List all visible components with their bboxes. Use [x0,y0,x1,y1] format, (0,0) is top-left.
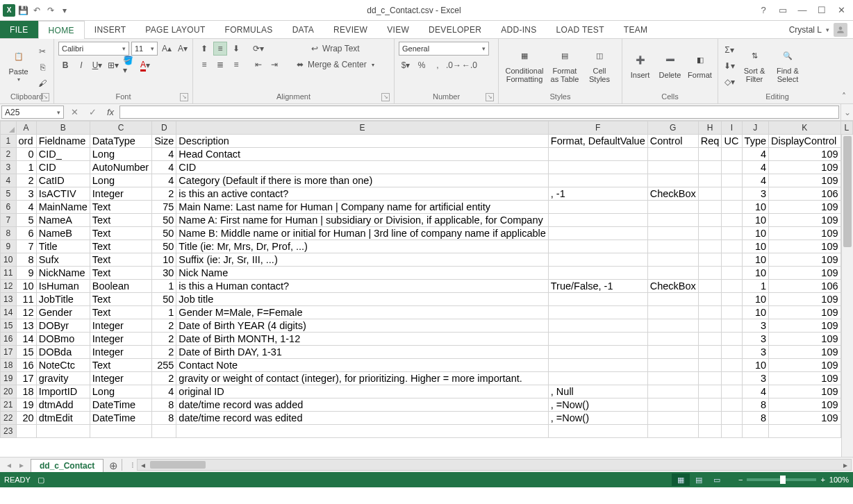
cell[interactable]: CID_ [36,148,90,161]
cell[interactable]: Text [90,240,151,253]
cell[interactable] [548,148,647,161]
cell[interactable]: DOByr [36,319,90,333]
cell[interactable]: 4 [742,385,768,398]
cell[interactable] [722,161,742,174]
cell[interactable] [647,346,698,359]
cell[interactable]: 109 [769,385,840,398]
tab-add-ins[interactable]: ADD-INS [491,21,546,38]
cell[interactable]: 17 [16,372,36,385]
cell[interactable] [722,359,742,372]
cell[interactable]: Date of Birth DAY, 1-31 [176,346,548,359]
cell[interactable] [722,385,742,398]
cell[interactable] [698,267,722,280]
cell[interactable] [548,359,647,372]
delete-cells-button[interactable]: ➖Delete [656,42,684,87]
tab-page-layout[interactable]: PAGE LAYOUT [135,21,215,38]
comma-format-icon[interactable]: , [431,58,445,72]
cell[interactable]: Text [90,359,151,372]
cell[interactable]: Head Contact [176,148,548,161]
cell[interactable] [36,425,90,438]
cell[interactable]: Text [90,201,151,214]
minimize-icon[interactable]: — [793,3,811,17]
paste-button[interactable]: 📋 Paste ▾ [4,42,33,87]
zoom-level[interactable]: 100% [829,476,849,484]
col-header[interactable]: C [90,121,151,135]
select-all-corner[interactable] [1,121,17,135]
cell[interactable]: original ID [176,385,548,398]
cell[interactable]: 109 [769,372,840,385]
cell[interactable] [722,214,742,227]
col-header[interactable]: I [722,121,742,135]
format-cells-button[interactable]: ◧Format [686,42,713,87]
cell[interactable]: 4 [16,201,36,214]
cell[interactable]: Main Name: Last name for Human | Company… [176,201,548,214]
cell[interactable]: , =Now() [548,398,647,412]
cell[interactable]: Name A: First name for Human | subsidiar… [176,214,548,227]
merge-center-button[interactable]: ⬌Merge & Center▾ [290,58,379,72]
save-icon[interactable]: 💾 [17,4,29,17]
cell[interactable]: 4 [742,148,768,161]
cell[interactable]: 3 [742,333,768,346]
cell[interactable] [698,385,722,398]
cell[interactable] [698,214,722,227]
align-left-icon[interactable]: ≡ [197,58,211,72]
cell[interactable]: dtmEdit [36,412,90,425]
cell[interactable] [722,425,742,438]
cell[interactable] [722,253,742,267]
cell[interactable]: CatID [36,174,90,187]
cell[interactable]: 50 [152,293,176,306]
qat-customize-icon[interactable]: ▾ [58,4,71,17]
tab-insert[interactable]: INSERT [85,21,136,38]
cell[interactable]: Text [90,306,151,319]
increase-decimal-icon[interactable]: .0→ [447,58,461,72]
alignment-launcher-icon[interactable]: ↘ [381,93,390,101]
cell[interactable] [722,280,742,293]
cell[interactable]: DateTime [90,398,151,412]
collapse-ribbon-icon[interactable]: ˄ [838,91,850,102]
cell[interactable] [698,412,722,425]
cell[interactable]: 10 [742,359,768,372]
cell[interactable] [722,333,742,346]
font-color-icon[interactable]: A▾ [138,58,152,72]
cell[interactable]: date/time record was added [176,398,548,412]
cell[interactable]: 8 [16,253,36,267]
cell[interactable]: 109 [769,267,840,280]
cell[interactable] [722,372,742,385]
cell[interactable]: Date of Birth YEAR (4 digits) [176,319,548,333]
cell[interactable]: CID [36,161,90,174]
cell[interactable] [722,267,742,280]
row-header[interactable]: 14 [1,306,17,319]
row-header[interactable]: 11 [1,267,17,280]
row-header[interactable]: 7 [1,214,17,227]
cell[interactable]: 1 [742,280,768,293]
cell[interactable]: 4 [742,161,768,174]
row-header[interactable]: 23 [1,425,17,438]
new-sheet-icon[interactable]: ⊕ [105,460,122,472]
cell[interactable]: Nick Name [176,267,548,280]
cell[interactable]: 10 [742,201,768,214]
cell[interactable]: 4 [152,148,176,161]
fx-icon[interactable]: fx [101,104,119,120]
cell[interactable]: 2 [152,319,176,333]
cell[interactable]: 13 [16,319,36,333]
cell[interactable]: 10 [742,267,768,280]
cell[interactable] [548,333,647,346]
cell[interactable]: 1 [152,306,176,319]
row-header[interactable]: 15 [1,319,17,333]
row-header[interactable]: 16 [1,333,17,346]
cell[interactable]: 10 [16,280,36,293]
help-icon[interactable]: ? [754,3,772,17]
find-select-button[interactable]: 🔍Find & Select [772,42,803,87]
cell[interactable] [548,161,647,174]
cell[interactable]: Text [90,214,151,227]
cell[interactable]: Format, DefaultValue [548,135,647,148]
cell[interactable] [152,425,176,438]
cell[interactable] [698,187,722,201]
cell[interactable] [548,346,647,359]
cell[interactable]: 50 [152,214,176,227]
col-header[interactable]: D [152,121,176,135]
cell[interactable]: Text [90,293,151,306]
tab-scroll-first-icon[interactable]: ◂ [4,460,14,470]
cell[interactable]: Integer [90,187,151,201]
col-header[interactable]: E [176,121,548,135]
